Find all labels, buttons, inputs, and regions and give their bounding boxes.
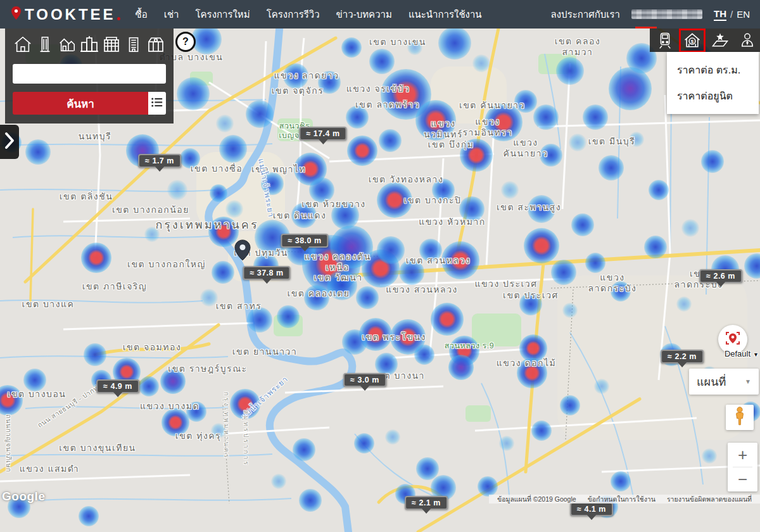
price-mode-option[interactable]: ราคาต่อ ตร.ม. (667, 57, 759, 83)
search-actions: ค้นหา (13, 92, 166, 115)
office-building-icon[interactable] (124, 34, 144, 54)
nav-menu-item[interactable]: โครงการใหม่ (196, 7, 250, 22)
brand-name: TOOKTEE (25, 6, 116, 23)
default-label: Default (725, 349, 750, 358)
lang-en[interactable]: EN (737, 9, 750, 20)
commercial-building-icon[interactable] (146, 34, 166, 54)
nav-menu-item[interactable]: แนะนำการใช้งาน (408, 7, 482, 22)
price-mode-option[interactable]: ราคาต่อยูนิต (667, 83, 759, 109)
panel-expander-tab[interactable] (0, 125, 19, 159)
transit-icon[interactable] (654, 31, 676, 50)
report-error-link[interactable]: รายงานข้อผิดพลาดของแผนที่ (661, 494, 757, 505)
default-style-select[interactable]: Default▼ (716, 349, 759, 358)
price-tooltip: ≈ 1.7 m (138, 154, 181, 168)
filter-list-icon (151, 96, 163, 110)
chevron-right-icon (4, 131, 15, 153)
google-logo: Google (2, 490, 45, 504)
nav-menu: ซื้อเช่าโครงการใหม่โครงการรีวิวข่าว-บทคว… (136, 7, 482, 22)
condo-large-icon[interactable] (79, 34, 99, 54)
nav-active-underline (635, 27, 657, 28)
tooktee-map-page: ตำบล บางเขนเขต บางเขนเขต คลอง สามวาแขวง … (0, 0, 760, 532)
map-type-select[interactable]: แผนที่ ▼ (689, 369, 759, 395)
svg-text:$: $ (691, 38, 694, 44)
zoom-control: + − (728, 443, 757, 491)
caret-down-icon: ▼ (753, 352, 759, 358)
townhome-icon[interactable] (57, 34, 77, 54)
price-tooltip: ≈ 2.1 m (405, 496, 448, 510)
map-tools-toolbar: $ (650, 28, 760, 52)
price-tooltip: ≈ 37.8 m (243, 266, 290, 280)
map-data-credit: ข้อมูลแผนที่ ©2019 Google (491, 494, 582, 505)
language-switch: TH / EN (714, 8, 750, 21)
price-mode-dropdown: ราคาต่อ ตร.ม.ราคาต่อยูนิต (667, 52, 759, 114)
map-type-label: แผนที่ (697, 372, 745, 391)
lang-separator: / (730, 9, 733, 20)
nav-menu-item[interactable]: เช่า (164, 7, 179, 22)
pegman-icon (733, 406, 747, 429)
house-icon[interactable] (13, 34, 33, 54)
post-listing-link[interactable]: ลงประกาศกับเรา (551, 7, 620, 22)
search-button[interactable]: ค้นหา (13, 92, 148, 115)
map-attribution: ข้อมูลแผนที่ ©2019 Google ข้อกำหนดในการใ… (489, 495, 760, 504)
brand-logo[interactable]: TOOKTEE (11, 6, 120, 23)
focus-pin-icon (724, 329, 742, 350)
price-tooltip: ≈ 3.0 m (343, 373, 386, 387)
price-tooltip: ≈ 2.2 m (661, 350, 704, 364)
agent-icon[interactable] (737, 31, 758, 50)
brand-pin-icon (11, 6, 21, 22)
property-type-icons (13, 34, 166, 55)
price-tooltip: ≈ 2.6 m (699, 269, 742, 283)
price-tooltip: ≈ 38.0 m (281, 234, 328, 248)
help-button[interactable]: ? (175, 32, 196, 52)
search-input[interactable] (13, 64, 166, 84)
apartment-icon[interactable] (101, 34, 122, 54)
price-tooltip: ≈ 4.9 m (96, 379, 139, 393)
nav-menu-item[interactable]: ซื้อ (136, 7, 148, 22)
caret-down-icon: ▼ (745, 378, 751, 385)
nav-menu-item[interactable]: ข่าว-บทความ (336, 7, 392, 22)
favorite-area-icon[interactable] (709, 31, 731, 50)
search-panel: ค้นหา (5, 28, 174, 124)
brand-dot (117, 17, 120, 20)
zoom-in-button[interactable]: + (728, 443, 757, 467)
lang-th[interactable]: TH (714, 8, 726, 21)
terms-link[interactable]: ข้อกำหนดในการใช้งาน (582, 494, 661, 505)
top-nav: TOOKTEE ซื้อเช่าโครงการใหม่โครงการรีวิวข… (0, 0, 760, 28)
filter-list-button[interactable] (148, 92, 166, 115)
nav-menu-item[interactable]: โครงการรีวิว (267, 7, 320, 22)
price-house-icon[interactable]: $ (681, 31, 703, 50)
price-tooltip: ≈ 17.4 m (299, 127, 346, 141)
condo-tower-icon[interactable] (35, 34, 55, 54)
user-account-name-blurred[interactable] (631, 10, 702, 19)
zoom-out-button[interactable]: − (728, 467, 757, 491)
pegman-button[interactable] (726, 405, 754, 430)
nav-right: ลงประกาศกับเรา TH / EN (551, 7, 760, 22)
